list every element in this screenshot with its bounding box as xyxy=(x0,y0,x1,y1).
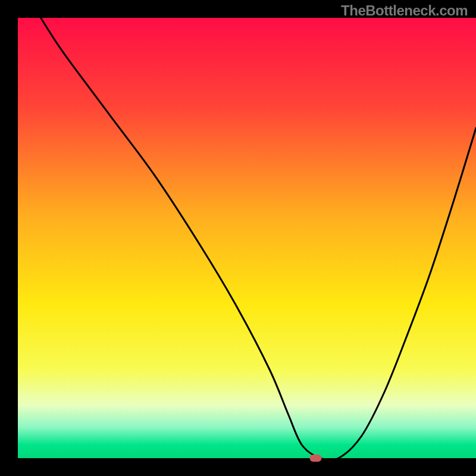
chart-svg xyxy=(0,0,476,476)
watermark-text: TheBottleneck.com xyxy=(341,2,468,19)
bottleneck-chart: TheBottleneck.com xyxy=(0,0,476,476)
bottleneck-marker xyxy=(310,455,322,462)
